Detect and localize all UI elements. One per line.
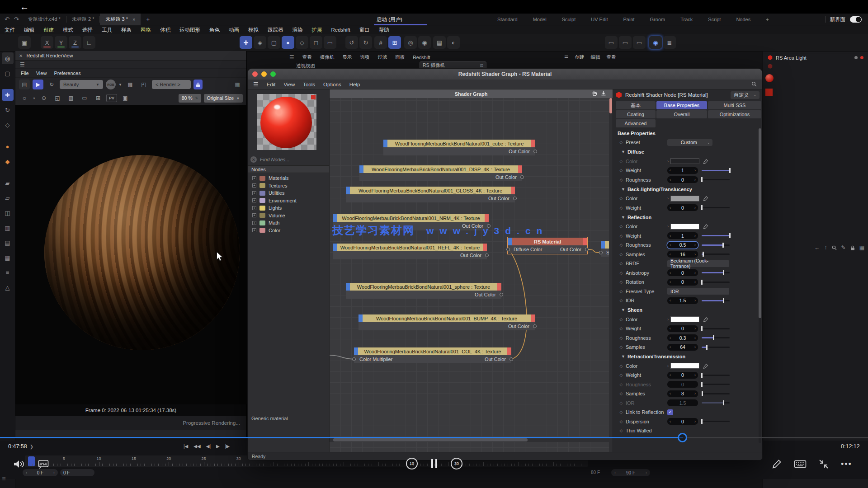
axis-x-button[interactable]: X: [41, 36, 53, 49]
increment-icon[interactable]: ›: [694, 336, 696, 340]
decrement-icon[interactable]: ‹: [670, 391, 671, 396]
eyedropper-icon[interactable]: [703, 196, 708, 201]
decrement-icon[interactable]: ‹: [670, 271, 671, 275]
slider-handle[interactable]: [723, 298, 724, 303]
layout-tab--[interactable]: +: [766, 17, 769, 22]
magnet-tool[interactable]: ▦: [2, 252, 14, 263]
render-dot[interactable]: [860, 56, 863, 59]
extrude-tool[interactable]: ◫: [2, 207, 14, 219]
category-environment[interactable]: +Environment: [248, 197, 329, 205]
slider-handle[interactable]: [729, 233, 731, 238]
param-value-field[interactable]: ‹1›: [667, 167, 698, 174]
param-value-field[interactable]: ‹0›: [667, 381, 698, 388]
layer-manager-icon[interactable]: ≣: [663, 36, 676, 49]
slider-handle[interactable]: [723, 400, 724, 405]
search-icon[interactable]: [832, 245, 837, 250]
new-ui-toggle[interactable]: [850, 16, 862, 23]
expand-icon[interactable]: +: [252, 213, 256, 217]
document-tab[interactable]: 专题设计.c4d *: [23, 14, 66, 25]
box-select-tool[interactable]: ▢: [2, 67, 14, 79]
param-value-field[interactable]: ‹0›: [667, 325, 698, 332]
region-circle-icon[interactable]: ○: [19, 93, 30, 103]
subdivide-tool[interactable]: ▤: [2, 237, 14, 249]
layout-tab-sculpt[interactable]: Sculpt: [562, 17, 576, 22]
expand-icon[interactable]: +: [252, 198, 256, 202]
menu-窗口[interactable]: 窗口: [355, 27, 374, 33]
param-value-field[interactable]: ‹Custom⌄: [667, 139, 712, 146]
gear-icon[interactable]: ◉: [418, 36, 431, 49]
slider-handle[interactable]: [702, 391, 703, 396]
close-tab-icon[interactable]: ×: [132, 17, 135, 22]
slider-handle[interactable]: [701, 177, 703, 182]
more-options-icon[interactable]: •••: [841, 460, 852, 469]
focus-icon[interactable]: ⊙: [38, 93, 49, 103]
slider-handle[interactable]: [722, 243, 724, 248]
menu-模式[interactable]: 模式: [58, 27, 78, 33]
redo-icon[interactable]: ↷: [14, 16, 19, 23]
decrement-icon[interactable]: ‹: [670, 178, 671, 182]
current-frame-field[interactable]: 0 F: [60, 469, 94, 476]
increment-icon[interactable]: ⌄: [707, 140, 710, 145]
input-port[interactable]: [506, 248, 510, 251]
clear-search-icon[interactable]: ✕: [250, 156, 257, 163]
increment-icon[interactable]: ›: [694, 298, 696, 303]
poly-pen-tool[interactable]: ▰: [2, 177, 14, 189]
graph-node-refl[interactable]: WoodFlooringMerbauBrickBondNatural001_RE…: [333, 244, 487, 259]
output-port[interactable]: [533, 150, 537, 153]
play-button[interactable]: ▶: [216, 444, 220, 449]
color-swatch[interactable]: [670, 158, 699, 164]
selection-icon[interactable]: ◈: [254, 36, 266, 49]
bend-tool-icon[interactable]: ↺: [345, 36, 358, 49]
material-menu-查看[interactable]: 查看: [606, 54, 616, 61]
mirror-tool[interactable]: ≡: [2, 267, 14, 278]
tab-advanced[interactable]: Advanced: [616, 119, 656, 127]
brush-tool[interactable]: ◆: [2, 155, 14, 167]
decrement-icon[interactable]: ‹: [670, 252, 671, 257]
output-port[interactable]: [485, 253, 489, 257]
render-canvas[interactable]: [15, 105, 247, 404]
increment-icon[interactable]: ›: [694, 391, 696, 396]
renderview-burger[interactable]: ☰: [15, 61, 246, 69]
back-arrow-icon[interactable]: ←: [815, 244, 820, 251]
color-swatch[interactable]: [670, 363, 699, 369]
slider-handle[interactable]: [713, 335, 714, 340]
twist-tool-icon[interactable]: ↻: [359, 36, 372, 49]
shader-menu-edit[interactable]: Edit: [267, 82, 276, 87]
param-value-field[interactable]: ‹0›: [667, 176, 698, 183]
category-textures[interactable]: +Textures: [248, 182, 329, 190]
lock-icon[interactable]: [850, 245, 855, 250]
menu-动画[interactable]: 动画: [224, 27, 244, 33]
axis-center-tool[interactable]: △: [2, 282, 14, 293]
shader-menu-view[interactable]: View: [283, 82, 295, 87]
corner-tool-icon[interactable]: ◻: [310, 36, 322, 49]
tab-基本[interactable]: 基本: [616, 101, 656, 109]
menu-模拟[interactable]: 模拟: [244, 27, 263, 33]
decrement-icon[interactable]: ‹: [670, 336, 671, 340]
graph-vertical-scrollbar[interactable]: [609, 98, 613, 452]
chevron-down-icon[interactable]: ▼: [33, 97, 36, 100]
add-document-button[interactable]: +: [146, 16, 150, 23]
param-value-field[interactable]: ‹1.5›: [667, 399, 698, 406]
viewport-label[interactable]: 透视视图: [296, 63, 315, 69]
menu-工具[interactable]: 工具: [97, 27, 117, 33]
tab-overall[interactable]: Overall: [656, 110, 707, 118]
edit-icon[interactable]: ✎: [841, 244, 846, 251]
live-selection-tool[interactable]: ●: [2, 141, 14, 152]
param-slider[interactable]: [702, 253, 730, 255]
pv-button[interactable]: PV: [106, 94, 117, 102]
section-diffuse[interactable]: ▼Diffuse: [617, 147, 758, 157]
viewport-menu-面板[interactable]: 面板: [395, 54, 405, 61]
burger-icon[interactable]: ☰: [564, 55, 568, 60]
menu-文件[interactable]: 文件: [0, 27, 19, 33]
search-icon[interactable]: [751, 81, 757, 87]
slider-handle[interactable]: [701, 326, 703, 331]
object-item[interactable]: RS Area Light: [763, 53, 868, 62]
increment-icon[interactable]: ›: [694, 168, 696, 173]
slider-handle[interactable]: [701, 382, 703, 387]
plane-tool-icon[interactable]: ▭: [324, 36, 336, 49]
go-to-start-button[interactable]: |◀: [184, 444, 188, 449]
param-slider[interactable]: [702, 179, 730, 180]
output-port[interactable]: [509, 357, 513, 361]
grid-icon[interactable]: ▦: [859, 244, 864, 251]
graph-node-col[interactable]: WoodFlooringMerbauBrickBondNatural001_CO…: [354, 347, 511, 363]
